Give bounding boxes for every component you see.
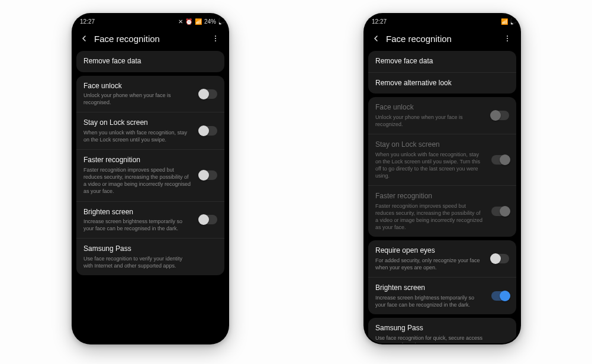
setting-samsung-pass[interactable]: Samsung Pass Use face recognition to ver… <box>76 239 224 275</box>
setting-subtitle: For added security, only recognize your … <box>375 257 483 271</box>
setting-stay-on-lockscreen: Stay on Lock screen When you unlock with… <box>368 134 516 186</box>
setting-subtitle: Use face recognition for quick, secure a… <box>375 334 483 343</box>
toggle[interactable] <box>200 89 217 99</box>
alarm-icon: ⏰ <box>185 18 192 25</box>
setting-title: Faster recognition <box>83 156 191 165</box>
stage: 12:27 ✕ ⏰ 📶 24% ▮ Face recognition <box>0 0 592 364</box>
settings-group: Require open eyes For added security, on… <box>368 240 516 314</box>
status-bar: 12:27 ✕ ⏰ 📶 24% ▮ <box>73 14 228 27</box>
more-vert-icon <box>211 34 220 43</box>
chevron-left-icon <box>79 34 89 43</box>
setting-title: Samsung Pass <box>83 244 191 254</box>
settings-scroll[interactable]: Remove face data Face unlock Unlock your… <box>73 51 228 343</box>
battery-text: 24% <box>204 18 216 25</box>
toggle[interactable] <box>491 291 509 301</box>
setting-title: Samsung Pass <box>375 324 483 333</box>
setting-subtitle: Faster recognition improves speed but re… <box>83 166 191 195</box>
setting-title: Face unlock <box>83 82 191 91</box>
toggle <box>491 111 509 120</box>
svg-point-3 <box>507 36 508 37</box>
settings-group: Remove face data <box>76 51 224 72</box>
toggle[interactable] <box>200 170 217 180</box>
setting-subtitle: Faster recognition improves speed but re… <box>375 202 483 231</box>
setting-subtitle: When you unlock with face recognition, s… <box>83 129 191 143</box>
setting-title: Remove face data <box>375 57 483 66</box>
phone-mockup-right: 12:27 📶 ▮ Face recognition Remov <box>363 13 521 344</box>
front-camera-hole <box>511 18 516 22</box>
setting-title: Stay on Lock screen <box>375 140 483 150</box>
toggle[interactable] <box>200 215 217 224</box>
setting-brighten-screen[interactable]: Brighten screen Increase screen brightne… <box>368 278 516 314</box>
setting-title: Stay on Lock screen <box>83 118 191 128</box>
toggle <box>491 207 509 216</box>
setting-subtitle: Unlock your phone when your face is reco… <box>375 114 483 128</box>
setting-subtitle: Increase screen brightness temporarily s… <box>375 294 483 308</box>
page-title: Face recognition <box>386 34 452 44</box>
setting-remove-alt-look[interactable]: Remove alternative look <box>368 73 516 94</box>
settings-group-disabled: Face unlock Unlock your phone when your … <box>368 97 516 237</box>
settings-scroll[interactable]: Remove face data Remove alternative look… <box>365 51 520 343</box>
overflow-menu-button[interactable] <box>209 32 222 45</box>
status-icons: ✕ ⏰ 📶 24% ▮ <box>178 18 222 25</box>
setting-face-unlock: Face unlock Unlock your phone when your … <box>368 97 516 134</box>
clock: 12:27 <box>372 18 387 25</box>
settings-header: Face recognition <box>365 27 520 51</box>
more-vert-icon <box>503 34 511 43</box>
status-bar: 12:27 📶 ▮ <box>365 14 520 27</box>
screen: 12:27 ✕ ⏰ 📶 24% ▮ Face recognition <box>73 14 228 343</box>
setting-title: Require open eyes <box>375 246 483 256</box>
setting-stay-on-lockscreen[interactable]: Stay on Lock screen When you unlock with… <box>76 112 224 150</box>
svg-point-1 <box>215 38 216 39</box>
settings-header: Face recognition <box>73 27 228 51</box>
vibrate-icon: ✕ <box>178 18 183 25</box>
back-button[interactable] <box>369 32 382 45</box>
front-camera-hole <box>220 18 224 22</box>
setting-title: Brighten screen <box>83 208 191 217</box>
setting-face-unlock[interactable]: Face unlock Unlock your phone when your … <box>76 76 224 113</box>
setting-remove-face-data[interactable]: Remove face data <box>368 51 516 73</box>
setting-faster-recognition[interactable]: Faster recognition Faster recognition im… <box>76 150 224 201</box>
setting-title: Brighten screen <box>375 284 483 293</box>
setting-subtitle: Increase screen brightness temporarily s… <box>83 218 191 232</box>
setting-subtitle: Unlock your phone when your face is reco… <box>83 92 191 106</box>
chevron-left-icon <box>371 34 381 43</box>
screen: 12:27 📶 ▮ Face recognition Remov <box>365 14 520 343</box>
setting-subtitle: When you unlock with face recognition, s… <box>375 151 483 180</box>
setting-title: Remove face data <box>83 57 191 66</box>
toggle <box>491 155 509 165</box>
back-button[interactable] <box>78 32 91 45</box>
setting-require-open-eyes[interactable]: Require open eyes For added security, on… <box>368 240 516 278</box>
svg-point-5 <box>507 40 508 41</box>
setting-title: Faster recognition <box>375 192 483 201</box>
wifi-icon: 📶 <box>501 18 508 25</box>
overflow-menu-button[interactable] <box>501 32 514 45</box>
svg-point-0 <box>215 36 216 37</box>
toggle[interactable] <box>491 254 509 263</box>
page-title: Face recognition <box>94 34 160 44</box>
setting-samsung-pass[interactable]: Samsung Pass Use face recognition for qu… <box>368 318 516 343</box>
svg-point-4 <box>507 38 508 39</box>
setting-remove-face-data[interactable]: Remove face data <box>76 51 224 72</box>
settings-group: Samsung Pass Use face recognition for qu… <box>368 318 516 343</box>
setting-title: Face unlock <box>375 103 483 112</box>
settings-group: Remove face data Remove alternative look <box>368 51 516 94</box>
setting-subtitle: Use face recognition to verify your iden… <box>83 255 191 269</box>
toggle[interactable] <box>200 126 217 136</box>
wifi-icon: 📶 <box>195 18 202 25</box>
settings-group: Face unlock Unlock your phone when your … <box>76 76 224 276</box>
clock: 12:27 <box>80 18 95 25</box>
setting-title: Remove alternative look <box>375 79 483 88</box>
setting-brighten-screen[interactable]: Brighten screen Increase screen brightne… <box>76 202 224 239</box>
setting-faster-recognition: Faster recognition Faster recognition im… <box>368 186 516 237</box>
phone-mockup-left: 12:27 ✕ ⏰ 📶 24% ▮ Face recognition <box>72 13 229 344</box>
svg-point-2 <box>215 40 216 41</box>
